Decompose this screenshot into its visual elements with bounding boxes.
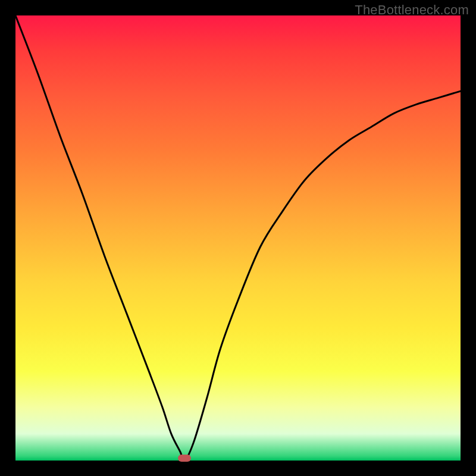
plot-area	[15, 15, 461, 461]
curve-svg	[15, 15, 461, 461]
chart-frame: TheBottleneck.com	[0, 0, 476, 476]
minimum-marker	[178, 455, 191, 462]
bottleneck-curve	[15, 15, 461, 461]
watermark-text: TheBottleneck.com	[355, 2, 469, 18]
